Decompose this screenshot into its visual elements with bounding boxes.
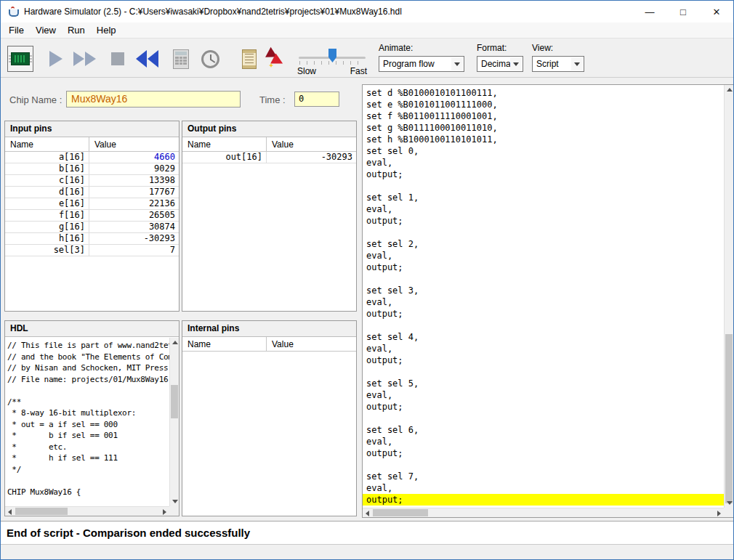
- format-select[interactable]: Decimal: [477, 56, 523, 72]
- run-button[interactable]: [70, 44, 100, 73]
- hdl-panel: HDL // This file is part of www.nand2tet…: [4, 320, 180, 516]
- script-line: output;: [363, 308, 724, 320]
- output-pins-panel: Output pins Name Value out[16]-30293: [182, 121, 357, 312]
- script-line: output;: [363, 215, 724, 227]
- script-line: output;: [363, 169, 724, 180]
- pin-name: e[16]: [5, 198, 89, 210]
- script-line: set h %B1000100110101011,: [363, 134, 724, 145]
- menu-help[interactable]: Help: [91, 25, 122, 36]
- scroll-up-button[interactable]: [170, 338, 180, 347]
- load-chip-button[interactable]: [7, 46, 33, 72]
- script-panel: set d %B0100010101100111,set e %B0101011…: [362, 84, 734, 518]
- menu-file[interactable]: File: [3, 25, 30, 36]
- title-bar: Hardware Simulator (2.5) - C:¥Users¥iwas…: [1, 1, 733, 23]
- pin-value[interactable]: 13398: [89, 175, 179, 187]
- scroll-down-button[interactable]: [170, 497, 180, 506]
- menu-run[interactable]: Run: [62, 25, 91, 36]
- pin-value[interactable]: 9029: [89, 163, 179, 175]
- script-line: set sel 1,: [363, 192, 724, 203]
- pin-value[interactable]: 30874: [89, 222, 179, 233]
- time-field: 0: [294, 92, 339, 107]
- script-line: [363, 366, 724, 378]
- script-line: eval,: [363, 436, 724, 447]
- scroll-left-button[interactable]: [363, 508, 372, 518]
- script-line: output;: [363, 401, 724, 413]
- hdl-code-view[interactable]: // This file is part of www.nand2tetr// …: [5, 338, 169, 506]
- pin-value[interactable]: 7: [89, 245, 179, 256]
- animate-group: Animate: Program flow: [379, 43, 464, 72]
- script-line: set sel 4,: [363, 331, 724, 343]
- animate-select[interactable]: Program flow: [379, 56, 464, 72]
- scroll-down-button[interactable]: [725, 498, 734, 508]
- chip-name-field[interactable]: Mux8Way16: [66, 91, 241, 107]
- column-name-header: Name: [182, 137, 267, 151]
- pin-value[interactable]: -30293: [267, 152, 356, 163]
- script-line: set f %B0110011110001001,: [363, 110, 724, 122]
- window-controls: — □ ✕: [633, 1, 733, 23]
- pin-name: sel[3]: [5, 245, 89, 256]
- slider-fast-label: Fast: [350, 66, 367, 76]
- pin-row: out[16]-30293: [182, 152, 356, 163]
- hdl-line: // by Nisan and Schocken, MIT Press.: [7, 362, 169, 374]
- script-line: set g %B0111100010011010,: [363, 122, 724, 134]
- stop-button[interactable]: [103, 44, 132, 73]
- vertical-scrollbar-thumb[interactable]: [171, 385, 178, 418]
- pin-row: sel[3]7: [5, 245, 179, 256]
- hdl-horizontal-scrollbar[interactable]: [5, 506, 169, 516]
- view-label: View:: [532, 43, 584, 53]
- input-pins-panel: Input pins Name Value a[16]4660b[16]9029…: [4, 121, 180, 312]
- horizontal-scrollbar-thumb[interactable]: [15, 508, 68, 515]
- chip-name-label: Chip Name :: [9, 94, 62, 105]
- script-line: set sel 7,: [363, 471, 724, 482]
- app-icon: [7, 6, 19, 18]
- compare-button[interactable]: [262, 44, 291, 73]
- input-pins-title: Input pins: [5, 121, 179, 137]
- script-horizontal-scrollbar[interactable]: [363, 508, 724, 517]
- format-group: Format: Decimal: [477, 43, 523, 72]
- hdl-line: [7, 475, 169, 487]
- script-view[interactable]: set d %B0100010101100111,set e %B0101011…: [363, 85, 724, 508]
- rewind-icon: [135, 50, 158, 68]
- script-scroll-icon: [242, 49, 257, 69]
- clock-icon: [201, 50, 219, 68]
- horizontal-scrollbar-thumb[interactable]: [373, 509, 428, 516]
- view-select[interactable]: Script: [532, 56, 584, 72]
- chip-icon: [11, 52, 30, 65]
- script-line: eval,: [363, 250, 724, 261]
- close-button[interactable]: ✕: [700, 1, 733, 23]
- minimize-button[interactable]: —: [633, 1, 666, 23]
- scroll-up-button[interactable]: [725, 85, 734, 94]
- pin-value[interactable]: -30293: [89, 233, 179, 245]
- time-label: Time :: [259, 94, 286, 105]
- clock-button[interactable]: [195, 44, 225, 73]
- single-step-button[interactable]: [41, 44, 70, 73]
- scroll-right-button[interactable]: [160, 507, 169, 516]
- maximize-button[interactable]: □: [666, 1, 700, 23]
- view-value: Script: [536, 59, 559, 69]
- menu-view[interactable]: View: [30, 25, 62, 36]
- script-line: output;: [363, 447, 724, 459]
- reset-button[interactable]: [132, 44, 161, 73]
- pin-value[interactable]: 26505: [89, 210, 179, 222]
- pin-row: h[16]-30293: [5, 233, 179, 245]
- script-line: output;: [363, 261, 724, 273]
- column-value-header: Value: [267, 337, 356, 351]
- pin-row: g[16]30874: [5, 222, 179, 233]
- pin-value[interactable]: 22136: [89, 198, 179, 210]
- pin-row: c[16]13398: [5, 175, 179, 187]
- pin-value[interactable]: 4660: [89, 152, 179, 163]
- pin-name: f[16]: [5, 210, 89, 222]
- script-vertical-scrollbar[interactable]: [724, 85, 733, 508]
- scroll-left-button[interactable]: [5, 507, 15, 516]
- pin-name: h[16]: [5, 233, 89, 245]
- pin-name: b[16]: [5, 163, 89, 175]
- pin-name: g[16]: [5, 222, 89, 233]
- pin-value[interactable]: 17767: [89, 187, 179, 198]
- script-line: set sel 0,: [363, 145, 724, 157]
- load-script-button[interactable]: [235, 44, 264, 73]
- vertical-scrollbar-thumb[interactable]: [725, 334, 733, 503]
- scroll-right-button[interactable]: [714, 508, 724, 518]
- scrollbar-corner: [724, 508, 733, 517]
- calculator-button[interactable]: [166, 44, 195, 73]
- hdl-vertical-scrollbar[interactable]: [169, 338, 179, 506]
